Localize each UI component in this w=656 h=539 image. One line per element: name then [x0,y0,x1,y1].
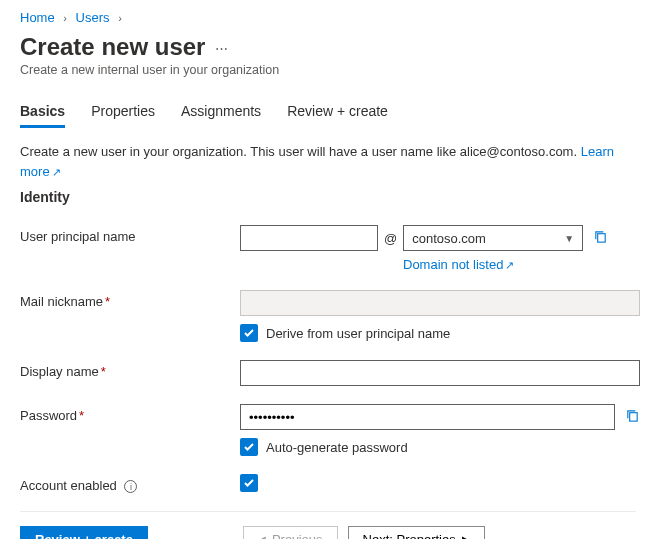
breadcrumb-home[interactable]: Home [20,10,55,25]
derive-checkbox[interactable] [240,324,258,342]
footer: Review + create ◀ Previous Next: Propert… [20,526,636,539]
auto-generate-checkbox[interactable] [240,438,258,456]
external-link-icon: ↗ [505,259,514,271]
mail-nickname-input [240,290,640,316]
info-icon[interactable]: i [124,480,137,493]
tabs: Basics Properties Assignments Review + c… [20,99,636,128]
tab-properties[interactable]: Properties [91,99,155,128]
description: Create a new user in your organization. … [20,142,636,181]
chevron-right-icon: › [63,12,67,24]
tab-review[interactable]: Review + create [287,99,388,128]
copy-upn-button[interactable] [593,229,608,247]
domain-not-listed-link[interactable]: Domain not listed↗ [403,257,514,272]
password-label: Password* [20,404,240,423]
auto-generate-label: Auto-generate password [266,440,408,455]
breadcrumb-users[interactable]: Users [76,10,110,25]
tab-assignments[interactable]: Assignments [181,99,261,128]
external-link-icon: ↗ [52,166,61,178]
review-create-button[interactable]: Review + create [20,526,148,539]
display-name-label: Display name* [20,360,240,379]
next-button[interactable]: Next: Properties ▶ [348,526,485,539]
breadcrumb: Home › Users › [20,10,636,25]
domain-select[interactable]: contoso.com ▼ [403,225,583,251]
domain-selected-value: contoso.com [412,231,486,246]
previous-button: ◀ Previous [243,526,338,539]
tab-basics[interactable]: Basics [20,99,65,128]
chevron-left-icon: ◀ [258,534,266,539]
derive-checkbox-label: Derive from user principal name [266,326,450,341]
password-input[interactable] [240,404,615,430]
page-title: Create new user [20,33,205,61]
chevron-right-icon: › [118,12,122,24]
divider [20,511,636,512]
chevron-right-icon: ▶ [462,534,470,539]
display-name-input[interactable] [240,360,640,386]
mail-nickname-label: Mail nickname* [20,290,240,309]
svg-rect-0 [598,234,606,242]
page-subtitle: Create a new internal user in your organ… [20,63,636,77]
account-enabled-checkbox[interactable] [240,474,258,492]
svg-rect-1 [630,413,638,421]
more-options-button[interactable]: ⋯ [215,41,229,56]
upn-input[interactable] [240,225,378,251]
copy-password-button[interactable] [625,408,640,426]
at-symbol: @ [384,231,397,246]
section-identity: Identity [20,189,636,205]
account-enabled-label: Account enabled i [20,474,240,493]
chevron-down-icon: ▼ [564,233,574,244]
upn-label: User principal name [20,225,240,244]
